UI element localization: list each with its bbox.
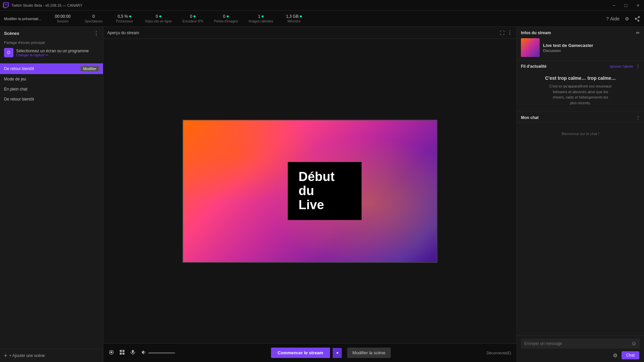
stat-encoder-fps: 0 Encodeur IPS [182,14,203,23]
chat-messages-area: Bienvenue sur le chat ! [517,122,644,336]
preview-menu-icon[interactable]: ⋮ [507,29,513,36]
settings-icon-button[interactable]: ⚙ [625,16,629,21]
stream-details: Live test de Gamecaster Discussion [543,43,640,53]
titlebar: Twitch Studio Beta - v0.109.16 — CANARY … [0,0,644,11]
mic-icon[interactable] [130,350,136,356]
grid-icon[interactable] [119,350,125,356]
stream-info-title: Infos du stream [521,31,551,35]
chat-title: Mon chat [521,115,539,120]
close-button[interactable]: × [635,2,641,9]
bottom-bar-left [109,350,175,356]
capture-source-icon: D [4,48,13,57]
news-description: C'est ici qu'apparaîtront vos nouveauxfo… [521,83,640,106]
titlebar-left: Twitch Studio Beta - v0.109.16 — CANARY [3,2,83,8]
chat-settings-button[interactable]: ⚙ [613,352,618,359]
encoder-fps-value: 0 [190,14,196,19]
session-label: Session [57,19,69,23]
scene-label: En plein chat [4,87,27,92]
preview-area: DébutduLive [103,39,517,343]
overlay-card: DébutduLive [288,162,362,220]
stat-slow-frames: 1 Images ralenties [249,14,273,23]
stream-preview-window: DébutduLive [182,120,437,263]
scenes-header: Scènes ⋮ [0,27,103,39]
scene-item-game-mode[interactable]: Mode de jeu [0,74,103,84]
minimize-button[interactable]: − [610,2,617,9]
capture-source-sub[interactable]: Changer la capture ✏ [16,53,99,57]
chat-input-area: ☺ ⚙ Chat [517,336,644,362]
add-scene-button[interactable]: + + Ajouter une scène [0,349,103,362]
news-title: Fil d'actualité [521,64,546,69]
ignore-alert-button[interactable]: Ignorer l'alerte [610,64,633,68]
cpu-label: Processeur [116,19,133,23]
right-panel: Infos du stream ✏ Live test de Gamecaste… [517,27,644,362]
help-label: Aide [610,16,620,21]
memory-label: Mémoire [287,19,301,23]
news-menu-icon[interactable]: ⋮ [636,64,640,69]
chat-input-wrapper: ☺ [521,339,640,349]
dropped-frames-label: Pertes d'images [214,19,238,23]
scene-edit-button[interactable]: Modifier [80,66,99,71]
stream-name: Live test de Gamecaster [543,43,640,48]
stat-cpu: 0,5 % Processeur [114,14,135,23]
main-layout: Scènes ⋮ Partage d'écran principal D Sél… [0,27,644,362]
chat-tab-button[interactable]: Chat [622,351,639,359]
stream-thumbnail [521,38,540,57]
modify-scene-button[interactable]: Modifier la scène [347,348,391,358]
stat-kbps: 0 Kbps mis en ligne [145,14,172,23]
preview-fullscreen-icon[interactable]: ⛶ [500,30,504,36]
svg-rect-4 [120,353,122,355]
cpu-dot [129,15,131,17]
svg-rect-6 [132,350,134,353]
encoder-fps-label: Encodeur IPS [182,19,203,23]
chat-welcome-message: Bienvenue sur le chat ! [521,125,640,142]
bottom-bar: Commencer le stream ▾ Modifier la scène … [103,343,517,362]
capture-sub-label: Changer la capture [16,53,45,57]
capture-text-group: Sélectionnez un écran ou un programme Ch… [16,49,99,57]
svg-rect-3 [122,350,124,352]
memory-dot [300,15,302,17]
edit-stream-info-button[interactable]: ✏ [636,30,640,36]
volume-slider[interactable] [148,352,175,354]
news-content: C'est trop calme… trop calme… C'est ici … [521,73,640,108]
memory-value: 1,3 GB [286,14,302,19]
stat-viewers: 0 Spectateurs [84,14,104,23]
share-icon-button[interactable] [635,16,640,21]
dropped-frames-value: 0 [223,14,229,19]
maximize-button[interactable]: □ [623,2,629,9]
session-value: 00:00:00 [55,14,71,19]
go-live-button[interactable]: Commencer le stream [271,348,330,358]
chat-input[interactable] [524,341,629,346]
stream-info-content: Live test de Gamecaster Discussion [521,38,640,57]
svg-rect-5 [122,353,124,355]
speaker-icon[interactable] [141,350,146,356]
news-actions: Ignorer l'alerte ⋮ [610,64,640,69]
scenes-menu-button[interactable]: ⋮ [94,30,99,37]
cpu-value: 0,5 % [118,14,131,19]
slow-frames-value: 1 [258,14,264,19]
help-button[interactable]: ? Aide [606,16,620,21]
pencil-icon: ✏ [46,53,48,57]
connection-status: Déconnecté(E) [487,351,511,355]
scene-item-back-soon[interactable]: De retour bientôt Modifier [0,63,103,74]
stat-memory: 1,3 GB Mémoire [284,14,304,23]
source-section-label: Partage d'écran principal [4,41,99,45]
encoder-fps-dot [194,15,196,17]
center-panel: Aperçu du stream ⛶ ⋮ DébutduLive [103,27,517,362]
record-icon[interactable] [109,350,114,356]
go-live-dropdown-button[interactable]: ▾ [333,348,342,358]
preview-controls: ⛶ ⋮ [500,29,513,36]
sources-section: Partage d'écran principal D Sélectionnez… [0,39,103,61]
emoji-button[interactable]: ☺ [631,341,637,347]
scenes-title: Scènes [4,31,19,36]
chat-section: Mon chat ⋮ Bienvenue sur le chat ! ☺ ⚙ C… [517,112,644,362]
kbps-dot [159,15,161,17]
scene-item-fullchat[interactable]: En plein chat [0,84,103,94]
volume-control [141,350,175,356]
chat-menu-button[interactable]: ⋮ [636,115,640,120]
kbps-value: 0 [156,14,161,19]
edit-presenter-button[interactable]: Modifier la présentati… [4,17,42,21]
preview-title: Aperçu du stream [107,31,139,35]
dropped-frames-dot [227,15,229,17]
scene-item-back-soon2[interactable]: De retour bientôt [0,94,103,104]
svg-rect-2 [120,350,122,352]
